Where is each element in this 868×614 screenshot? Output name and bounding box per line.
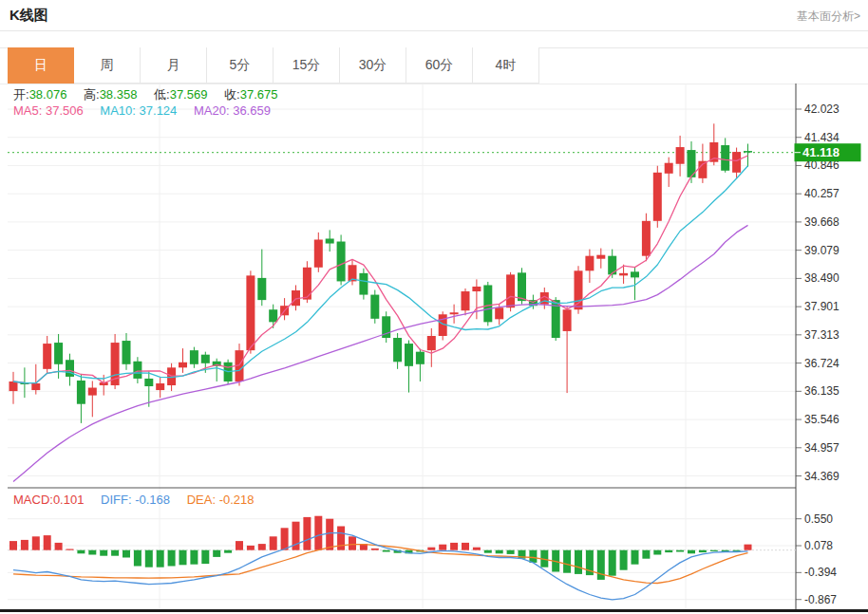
svg-text:-0.394: -0.394	[804, 566, 837, 579]
svg-text:36.135: 36.135	[804, 384, 840, 398]
high-value: 38.358	[100, 87, 138, 102]
svg-text:0.078: 0.078	[804, 539, 833, 552]
ma5-value: 37.506	[46, 103, 84, 118]
svg-text:36.724: 36.724	[804, 357, 840, 370]
tab-5min[interactable]: 5分	[207, 47, 274, 84]
ma20-label: MA20:	[194, 103, 230, 118]
ohlc-legend: 开:38.076 高:38.358 低:37.569 收:37.675	[13, 86, 291, 103]
svg-text:37.901: 37.901	[804, 300, 840, 313]
macd-legend: MACD:0.101 DIFF: -0.168 DEA: -0.218	[13, 493, 268, 507]
tab-4hour[interactable]: 4时	[473, 47, 539, 84]
macd-axis-ticks: 0.5500.078-0.394-0.867	[796, 512, 837, 606]
tab-week[interactable]: 周	[74, 47, 141, 84]
macd-label: MACD:	[13, 493, 53, 507]
macd-value: 0.101	[53, 493, 85, 507]
diff-line	[13, 533, 748, 600]
interval-tabbar: 日 周 月 5分 15分 30分 60分 4时	[8, 47, 539, 84]
close-value: 37.675	[240, 87, 278, 102]
svg-text:40.257: 40.257	[804, 187, 840, 200]
open-label: 开:	[13, 87, 29, 102]
kline-widget: K线图 基本面分析> 日 周 月 5分 15分 30分 60分 4时 42.02…	[0, 0, 868, 614]
tab-30min[interactable]: 30分	[340, 47, 406, 84]
svg-text:39.079: 39.079	[804, 244, 840, 257]
ma10-label: MA10:	[100, 103, 136, 118]
diff-value: -0.168	[135, 493, 170, 507]
current-price-tag: 41.118	[795, 143, 861, 161]
svg-text:38.490: 38.490	[804, 271, 840, 285]
svg-text:41.434: 41.434	[804, 131, 840, 144]
ma20-value: 36.659	[233, 103, 271, 118]
ma5-label: MA5:	[13, 103, 42, 118]
svg-text:0.550: 0.550	[804, 512, 833, 526]
high-label: 高:	[84, 87, 100, 102]
tab-month[interactable]: 月	[141, 47, 207, 84]
open-value: 38.076	[29, 87, 67, 102]
dea-label: DEA:	[187, 493, 216, 507]
diff-label: DIFF:	[101, 493, 132, 507]
svg-text:34.369: 34.369	[804, 470, 840, 483]
dea-value: -0.218	[219, 493, 255, 507]
svg-text:37.313: 37.313	[804, 328, 840, 342]
low-label: 低:	[154, 87, 170, 102]
svg-text:34.957: 34.957	[804, 441, 840, 455]
candles-group	[9, 123, 753, 423]
svg-text:35.546: 35.546	[804, 413, 840, 426]
svg-text:41.118: 41.118	[802, 145, 840, 159]
low-value: 37.569	[170, 87, 208, 102]
tab-day[interactable]: 日	[8, 47, 74, 84]
svg-text:42.023: 42.023	[804, 102, 840, 116]
tab-60min[interactable]: 60分	[406, 47, 473, 84]
tab-15min[interactable]: 15分	[274, 47, 340, 84]
svg-text:-0.867: -0.867	[804, 593, 837, 606]
close-label: 收:	[224, 87, 240, 102]
ma-legend: MA5: 37.506 MA10: 37.124 MA20: 36.659	[13, 103, 284, 118]
svg-text:39.668: 39.668	[804, 215, 840, 229]
ma10-value: 37.124	[140, 103, 178, 118]
